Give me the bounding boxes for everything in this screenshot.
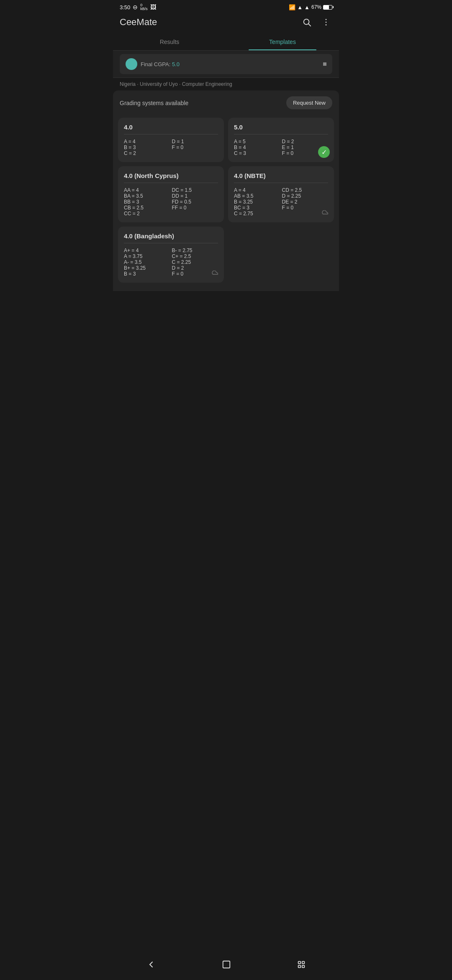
grade-entry: FF = 0 xyxy=(172,205,218,211)
grade-entry: A = 3.75 xyxy=(124,253,170,259)
search-button[interactable] xyxy=(300,16,313,28)
svg-rect-9 xyxy=(302,965,305,968)
grades-col2: DC = 1.5 DD = 1 FD = 0.5 FF = 0 xyxy=(172,187,218,217)
breadcrumb-dot xyxy=(126,58,137,70)
grades-col1: A = 5 B = 4 C = 3 xyxy=(234,139,280,156)
grade-entry: BB = 3 xyxy=(124,199,170,205)
svg-point-3 xyxy=(326,22,327,23)
battery-icon xyxy=(323,5,332,10)
more-options-button[interactable] xyxy=(320,16,332,28)
time: 3:50 xyxy=(120,4,130,10)
cloud-svg xyxy=(211,271,220,276)
grade-entry: B- = 2.75 xyxy=(172,248,218,253)
grade-entry: CC = 2 xyxy=(124,211,170,217)
card-5point0[interactable]: 5.0 A = 5 B = 4 C = 3 D = 2 E = 1 F = 0 … xyxy=(228,118,334,162)
status-left: 3:50 ⊖ 0kB/s 🖼 xyxy=(120,3,156,11)
app-bar-icons xyxy=(300,16,332,28)
grade-entry: B = 3.25 xyxy=(234,199,280,205)
grade-entry: DC = 1.5 xyxy=(172,187,218,193)
dnd-icon: ⊖ xyxy=(133,4,138,10)
card-4point0-title: 4.0 xyxy=(124,124,218,131)
grade-entry: CD = 2.5 xyxy=(282,187,329,193)
card-4point0-northcyprus[interactable]: 4.0 (North Cyprus) AA = 4 BA = 3.5 BB = … xyxy=(118,166,224,222)
card-bangladesh-title: 4.0 (Bangladesh) xyxy=(124,232,218,240)
sub-breadcrumb: Nigeria · University of Uyo · Computer E… xyxy=(113,78,339,90)
card-nbte-divider xyxy=(234,183,328,183)
app-title: CeeMate xyxy=(120,17,157,28)
bottom-spacer xyxy=(113,291,339,316)
request-new-button[interactable]: Request New xyxy=(286,96,332,109)
card-northcyprus-grades: AA = 4 BA = 3.5 BB = 3 CB = 2.5 CC = 2 D… xyxy=(124,187,218,217)
grade-entry: A = 4 xyxy=(234,187,280,193)
status-bar: 3:50 ⊖ 0kB/s 🖼 📶 ▲ ▲ 67% xyxy=(113,0,339,13)
card-nbte-title: 4.0 (NBTE) xyxy=(234,172,328,179)
svg-rect-5 xyxy=(223,961,230,968)
grade-entry: B = 3 xyxy=(124,144,170,150)
svg-rect-7 xyxy=(302,962,305,964)
grade-entry: DE = 2 xyxy=(282,199,329,205)
tab-templates-label: Templates xyxy=(269,39,296,45)
grade-entry: C = 2.25 xyxy=(172,259,218,265)
tab-templates[interactable]: Templates xyxy=(226,34,339,50)
signal-icon: ▲ xyxy=(297,4,303,10)
search-icon xyxy=(302,18,311,27)
tab-bar: Results Templates xyxy=(113,34,339,51)
data-icon: 0kB/s xyxy=(140,3,148,11)
nav-back-button[interactable] xyxy=(138,957,164,974)
battery-percent: 67% xyxy=(311,4,321,10)
card-4point0-bangladesh[interactable]: 4.0 (Bangladesh) A+ = 4 A = 3.75 A- = 3.… xyxy=(118,227,224,283)
grading-header: Grading systems available Request New xyxy=(113,90,339,113)
card-nbte-grades: A = 4 AB = 3.5 B = 3.25 BC = 3 C = 2.75 … xyxy=(234,187,328,217)
selected-checkmark-icon: ✓ xyxy=(318,146,330,158)
grade-entry: BA = 3.5 xyxy=(124,193,170,199)
breadcrumb-indicator xyxy=(323,62,326,66)
cgpa-value: 5.0 xyxy=(172,61,180,67)
grade-entry: C = 2.75 xyxy=(234,211,280,217)
grades-col1: AA = 4 BA = 3.5 BB = 3 CB = 2.5 CC = 2 xyxy=(124,187,170,217)
svg-point-4 xyxy=(326,24,327,26)
grade-entry: D = 1 xyxy=(172,139,218,144)
status-right: 📶 ▲ ▲ 67% xyxy=(289,4,332,10)
battery-fill xyxy=(324,5,329,9)
card-5point0-title: 5.0 xyxy=(234,124,328,131)
grade-entry: FD = 0.5 xyxy=(172,199,218,205)
more-vert-icon xyxy=(321,18,331,27)
card-4point0-nbte[interactable]: 4.0 (NBTE) A = 4 AB = 3.5 B = 3.25 BC = … xyxy=(228,166,334,222)
card-5point0-divider xyxy=(234,134,328,134)
card-4point0-divider xyxy=(124,134,218,134)
card-4point0[interactable]: 4.0 A = 4 B = 3 C = 2 D = 1 F = 0 xyxy=(118,118,224,162)
grades-col1: A = 4 B = 3 C = 2 xyxy=(124,139,170,156)
grade-entry: BC = 3 xyxy=(234,205,280,211)
grade-entry: B = 3 xyxy=(124,271,170,277)
grading-label: Grading systems available xyxy=(120,100,188,106)
home-icon xyxy=(222,960,231,969)
grade-entry: D = 2 xyxy=(282,139,329,144)
signal2-icon: ▲ xyxy=(304,4,310,10)
grade-entry: C = 3 xyxy=(234,150,280,156)
bottom-nav xyxy=(113,953,339,980)
grades-col1: A+ = 4 A = 3.75 A- = 3.5 B+ = 3.25 B = 3 xyxy=(124,248,170,277)
grade-entry: D = 2.25 xyxy=(282,193,329,199)
nav-home-button[interactable] xyxy=(213,957,239,974)
card-4point0-grades: A = 4 B = 3 C = 2 D = 1 F = 0 xyxy=(124,139,218,156)
tab-results-label: Results xyxy=(160,39,180,45)
grade-entry: A+ = 4 xyxy=(124,248,170,253)
breadcrumb-area: Final CGPA: 5.0 xyxy=(113,51,339,78)
card-5point0-grades: A = 5 B = 4 C = 3 D = 2 E = 1 F = 0 xyxy=(234,139,328,156)
cloud-icon xyxy=(211,270,220,279)
nav-recents-button[interactable] xyxy=(288,957,314,974)
breadcrumb-card: Final CGPA: 5.0 xyxy=(120,54,332,74)
grade-entry: C = 2 xyxy=(124,150,170,156)
grade-entry: DD = 1 xyxy=(172,193,218,199)
back-icon xyxy=(146,959,156,970)
gallery-icon: 🖼 xyxy=(150,4,156,10)
card-northcyprus-divider xyxy=(124,183,218,183)
wifi-icon: 📶 xyxy=(289,4,295,10)
grade-entry: A- = 3.5 xyxy=(124,259,170,265)
cards-container: 4.0 A = 4 B = 3 C = 2 D = 1 F = 0 5.0 xyxy=(113,113,339,291)
cloud-svg xyxy=(321,210,330,216)
grade-entry: B = 4 xyxy=(234,144,280,150)
grade-entry: CB = 2.5 xyxy=(124,205,170,211)
tab-results[interactable]: Results xyxy=(113,34,226,50)
card-northcyprus-title: 4.0 (North Cyprus) xyxy=(124,172,218,179)
